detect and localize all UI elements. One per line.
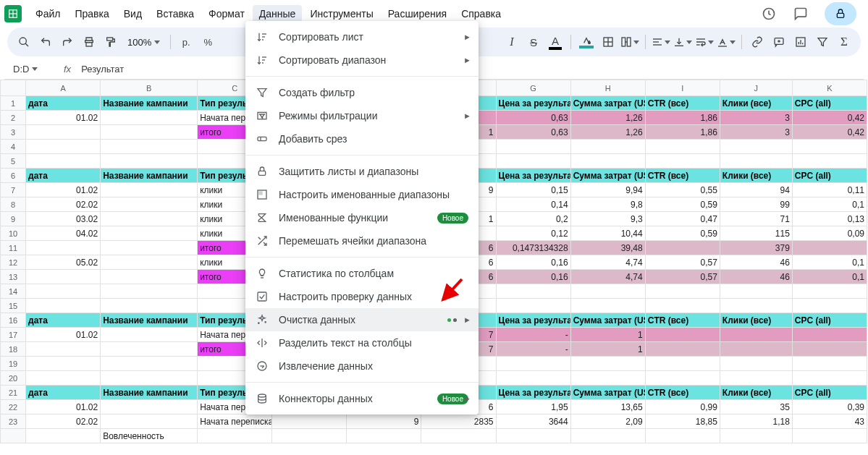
cell[interactable]: 39,48 <box>570 241 645 255</box>
menu-данные[interactable]: Данные <box>253 5 303 22</box>
cell[interactable] <box>645 342 720 357</box>
menu-item-защитить-листы-и-диапазоны[interactable]: Защитить листы и диапазоны <box>245 160 479 183</box>
cell[interactable]: дата <box>26 386 101 400</box>
cell[interactable]: CTR (все) <box>645 386 720 400</box>
cell[interactable]: Клики (все) <box>720 96 792 111</box>
cell[interactable] <box>792 342 867 357</box>
cell[interactable]: 46 <box>720 270 792 284</box>
cell[interactable]: 0,1473134328 <box>496 241 570 255</box>
cell[interactable] <box>101 270 198 284</box>
column-header[interactable]: H <box>570 80 645 96</box>
cell[interactable] <box>101 414 198 429</box>
cell[interactable]: 13,65 <box>570 400 645 414</box>
cell[interactable] <box>101 328 198 342</box>
column-header[interactable]: B <box>101 80 198 96</box>
menu-item-добавить-срез[interactable]: Добавить срез <box>245 127 479 150</box>
cell[interactable] <box>496 154 570 169</box>
menu-вид[interactable]: Вид <box>117 5 148 22</box>
cell[interactable]: 0,42 <box>792 111 867 125</box>
cell[interactable] <box>645 284 720 299</box>
merge-cells-icon[interactable] <box>620 33 639 51</box>
cell[interactable] <box>101 255 198 270</box>
cell[interactable]: Название кампании <box>101 169 198 183</box>
italic-icon[interactable]: I <box>502 33 521 51</box>
menu-item-статистика-по-столбцам[interactable]: Статистика по столбцам <box>245 262 479 285</box>
cell[interactable] <box>570 357 645 371</box>
cell[interactable]: 1,18 <box>720 414 792 429</box>
cell[interactable] <box>496 140 570 154</box>
cell[interactable]: Сумма затрат (USD) <box>570 386 645 400</box>
menu-item-очистка-данных[interactable]: Очистка данных► <box>245 308 479 331</box>
cell[interactable] <box>101 197 198 212</box>
paint-format-icon[interactable] <box>101 33 120 51</box>
percent-button[interactable]: % <box>198 33 217 51</box>
cell[interactable] <box>101 299 198 313</box>
zoom-select[interactable]: 100% <box>123 37 164 48</box>
comment-icon[interactable] <box>793 6 809 22</box>
cell[interactable]: 0,42 <box>792 125 867 140</box>
row-header[interactable]: 21 <box>1 386 26 400</box>
cell[interactable]: 2,09 <box>570 414 645 429</box>
cell[interactable]: 0,11 <box>792 183 867 197</box>
cell[interactable]: 3644 <box>496 414 570 429</box>
cell[interactable] <box>101 183 198 197</box>
cell[interactable]: 0,1 <box>792 197 867 212</box>
cell[interactable]: Клики (все) <box>720 169 792 183</box>
cell[interactable]: 46 <box>720 255 792 270</box>
menu-вставка[interactable]: Вставка <box>150 5 201 22</box>
cell[interactable]: 0,16 <box>496 270 570 284</box>
cell[interactable] <box>101 111 198 125</box>
sheets-logo[interactable] <box>4 5 22 22</box>
cell[interactable]: Цена за результат <box>496 313 570 328</box>
menu-item-настроить-проверку-данных[interactable]: Настроить проверку данных <box>245 285 479 308</box>
cell[interactable]: 0,99 <box>645 400 720 414</box>
menu-item-сортировать-лист[interactable]: Сортировать лист► <box>245 25 479 48</box>
cell[interactable]: 4,74 <box>570 255 645 270</box>
cell[interactable] <box>792 328 867 342</box>
cell[interactable]: 35 <box>720 400 792 414</box>
cell[interactable]: 0,57 <box>645 270 720 284</box>
cell[interactable] <box>792 371 867 386</box>
cell[interactable] <box>792 284 867 299</box>
row-header[interactable]: 23 <box>1 414 26 429</box>
cell[interactable]: Сумма затрат (USD) <box>570 169 645 183</box>
cell[interactable] <box>26 270 101 284</box>
cell[interactable]: 9,8 <box>570 197 645 212</box>
cell[interactable] <box>272 429 347 443</box>
menu-item-разделить-текст-на-столбцы[interactable]: Разделить текст на столбцы <box>245 331 479 354</box>
cell[interactable] <box>198 429 272 443</box>
row-header[interactable]: 7 <box>1 183 26 197</box>
cell[interactable]: 10,44 <box>570 226 645 241</box>
cell[interactable]: Цена за результат <box>496 386 570 400</box>
cell[interactable]: CTR (все) <box>645 96 720 111</box>
currency-button[interactable]: р. <box>177 33 195 51</box>
cell[interactable]: 0,47 <box>645 212 720 226</box>
cell[interactable] <box>101 400 198 414</box>
cell[interactable]: 379 <box>720 241 792 255</box>
menu-item-извлечение-данных[interactable]: Извлечение данных <box>245 354 479 378</box>
cell[interactable] <box>792 299 867 313</box>
cell[interactable]: 3 <box>720 125 792 140</box>
menu-справка[interactable]: Справка <box>455 5 507 22</box>
cell[interactable] <box>570 299 645 313</box>
menu-item-режимы-фильтрации[interactable]: Режимы фильтрации► <box>245 104 479 127</box>
cell[interactable] <box>792 140 867 154</box>
cell[interactable] <box>570 284 645 299</box>
cell[interactable]: Название кампании <box>101 96 198 111</box>
column-header[interactable] <box>1 80 26 96</box>
cell[interactable]: 0,13 <box>792 212 867 226</box>
functions-icon[interactable]: Σ <box>835 33 854 51</box>
cell[interactable] <box>792 154 867 169</box>
cell[interactable]: 99 <box>720 197 792 212</box>
cell[interactable] <box>570 154 645 169</box>
cell[interactable]: CPC (all) <box>792 386 867 400</box>
cell[interactable] <box>272 414 347 429</box>
cell[interactable] <box>570 429 645 443</box>
cell[interactable]: 0,09 <box>792 226 867 241</box>
cell[interactable]: 18,85 <box>645 414 720 429</box>
cell[interactable]: 9,94 <box>570 183 645 197</box>
cell[interactable]: 02.02 <box>26 197 101 212</box>
cell[interactable]: 0,15 <box>496 183 570 197</box>
cell[interactable] <box>347 429 421 443</box>
cell[interactable]: 0,63 <box>496 111 570 125</box>
